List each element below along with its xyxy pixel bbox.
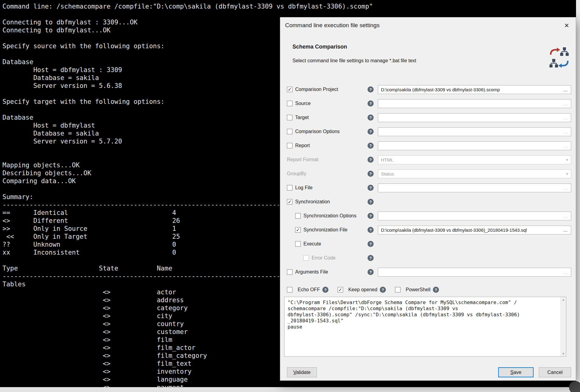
scroll-up-icon[interactable]: ▲	[562, 298, 565, 301]
ellipsis-button[interactable]: ...	[563, 213, 568, 219]
dialog-titlebar[interactable]: Command line execution file settings ×	[280, 17, 576, 33]
save-button[interactable]: Save	[498, 367, 534, 377]
settings-row-arguments-file: Arguments File?...	[280, 265, 576, 279]
scrollbar[interactable]: ▲ ▼	[560, 297, 566, 356]
settings-row-groupby: GroupBy?Status▾	[280, 167, 576, 181]
field-value: D:\comp\sakila (dbfmylast-3309 vs dbfmyl…	[381, 227, 561, 233]
help-icon[interactable]: ?	[368, 86, 374, 93]
arguments-file-label: Arguments File	[295, 269, 328, 275]
source-input[interactable]: ...	[378, 99, 571, 108]
bottom-options: Echo OFF?✓Keep opened?PowerShell?	[280, 285, 576, 294]
validate-button[interactable]: Validate	[287, 367, 317, 377]
settings-row-log-file: Log File?...	[280, 181, 576, 195]
synchronization-file-input[interactable]: D:\comp\sakila (dbfmylast-3309 vs dbfmyl…	[378, 226, 571, 234]
log-file-input[interactable]: ...	[378, 183, 571, 192]
execute-label: Execute	[303, 241, 321, 247]
report-format-label: Report Format	[287, 157, 318, 162]
report-label: Report	[295, 143, 310, 148]
powershell-checkbox[interactable]	[395, 287, 401, 292]
help-icon[interactable]: ?	[368, 143, 374, 149]
error-code-checkbox[interactable]	[303, 255, 309, 261]
comparison-project-checkbox[interactable]: ✓	[287, 87, 292, 92]
synchronization-options-input[interactable]: ...	[378, 212, 571, 220]
label-cell: Source	[287, 101, 368, 106]
echo-off-checkbox[interactable]	[287, 287, 292, 292]
settings-row-comparison-options: Comparison Options?...	[280, 125, 576, 139]
field-value: D:\comp\sakila (dbfmylast-3309 vs dbfmyl…	[381, 87, 561, 92]
label-cell: ✓Synchronization	[287, 199, 368, 205]
comparison-project-input[interactable]: D:\comp\sakila (dbfmylast-3309 vs dbfmyl…	[378, 85, 571, 94]
help-icon[interactable]: ?	[368, 269, 374, 275]
powershell-label: PowerShell	[406, 287, 430, 292]
comparison-options-input[interactable]: ...	[378, 127, 571, 136]
scroll-down-icon[interactable]: ▼	[562, 352, 565, 355]
batch-text-box[interactable]: "C:\Program Files\Devart\dbForge Schema …	[284, 297, 566, 357]
synchronization-checkbox[interactable]: ✓	[287, 199, 292, 205]
frame-right-edge	[576, 0, 580, 392]
synchronization-options-label: Synchronization Options	[303, 213, 356, 219]
option-powershell: PowerShell?	[395, 287, 439, 293]
ellipsis-button[interactable]: ...	[563, 270, 568, 275]
synchronization-file-checkbox[interactable]: ✓	[295, 227, 301, 233]
help-icon[interactable]: ?	[368, 241, 374, 247]
comparison-options-label: Comparison Options	[295, 129, 340, 134]
help-icon[interactable]: ?	[380, 287, 386, 293]
execute-checkbox[interactable]	[295, 241, 301, 247]
help-icon[interactable]: ?	[433, 287, 439, 293]
help-icon[interactable]: ?	[368, 171, 374, 177]
target-checkbox[interactable]	[287, 115, 292, 120]
label-cell: Error Code	[287, 255, 368, 261]
chevron-down-icon: ▾	[566, 158, 568, 162]
screen: Command line: /schemacompare /compfile:"…	[0, 0, 580, 392]
help-icon[interactable]: ?	[368, 129, 374, 135]
help-icon[interactable]: ?	[368, 114, 374, 121]
keep-opened-checkbox[interactable]: ✓	[338, 287, 343, 292]
help-icon[interactable]: ?	[368, 255, 374, 261]
help-icon[interactable]: ?	[368, 199, 374, 205]
help-icon[interactable]: ?	[322, 287, 328, 293]
label-cell: ✓Synchronization File	[287, 227, 368, 233]
help-icon[interactable]: ?	[368, 185, 374, 191]
echo-off-label: Echo OFF	[298, 287, 320, 292]
label-cell: Execute	[287, 241, 368, 247]
button-label: Validate	[293, 370, 311, 375]
close-icon[interactable]: ×	[563, 21, 570, 29]
log-file-label: Log File	[295, 185, 313, 191]
corner-dot	[569, 381, 580, 392]
schema-compare-icon	[549, 47, 570, 69]
help-icon[interactable]: ?	[368, 100, 374, 107]
settings-row-synchronization-options: Synchronization Options?...	[280, 209, 576, 223]
settings-rows: ✓Comparison Project?D:\comp\sakila (dbfm…	[280, 82, 576, 279]
synchronization-options-checkbox[interactable]	[295, 213, 301, 219]
label-cell: GroupBy	[287, 171, 368, 176]
ellipsis-button[interactable]: ...	[563, 115, 568, 120]
ellipsis-button[interactable]: ...	[563, 101, 568, 106]
comparison-options-checkbox[interactable]	[287, 129, 292, 134]
settings-row-target: Target?...	[280, 111, 576, 125]
target-input[interactable]: ...	[378, 113, 571, 122]
batch-text: "C:\Program Files\Devart\dbForge Schema …	[285, 297, 566, 332]
source-checkbox[interactable]	[287, 101, 292, 106]
chevron-down-icon: ▾	[566, 172, 568, 176]
ellipsis-button[interactable]: …	[563, 87, 568, 92]
ellipsis-button[interactable]: ...	[563, 185, 568, 191]
ellipsis-button[interactable]: ...	[563, 129, 568, 134]
arguments-file-checkbox[interactable]	[287, 269, 292, 275]
report-input[interactable]: ...	[378, 141, 571, 150]
help-icon[interactable]: ?	[368, 227, 374, 233]
help-icon[interactable]: ?	[368, 213, 374, 219]
settings-row-execute: Execute?	[280, 237, 576, 251]
settings-row-synchronization-file: ✓Synchronization File?D:\comp\sakila (db…	[280, 223, 576, 237]
settings-row-report-format: Report Format?HTML▾	[280, 153, 576, 167]
ellipsis-button[interactable]: …	[563, 227, 568, 233]
report-checkbox[interactable]	[287, 143, 292, 148]
cancel-button[interactable]: Cancel	[539, 367, 571, 377]
arguments-file-input[interactable]: ...	[378, 268, 571, 277]
settings-row-report: Report?...	[280, 139, 576, 153]
help-icon[interactable]: ?	[368, 157, 374, 163]
synchronization-label: Synchronization	[295, 199, 330, 205]
ellipsis-button[interactable]: ...	[563, 143, 568, 148]
label-cell: Comparison Options	[287, 129, 368, 134]
error-code-label: Error Code	[312, 255, 335, 261]
log-file-checkbox[interactable]	[287, 185, 292, 191]
